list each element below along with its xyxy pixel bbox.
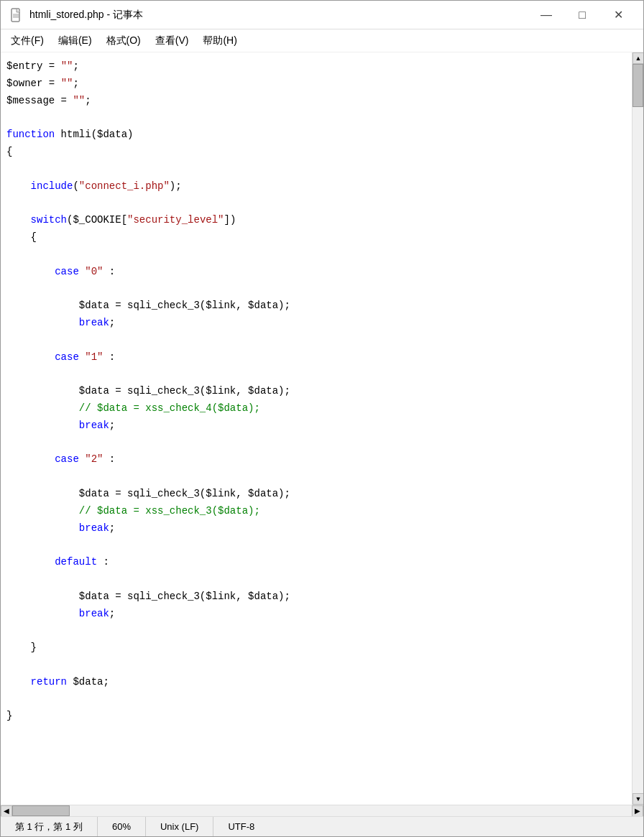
title-bar-controls: — □ ✕ bbox=[530, 4, 635, 26]
status-line-ending: Unix (LF) bbox=[146, 817, 213, 836]
menu-view[interactable]: 查看(V) bbox=[148, 32, 196, 50]
editor-content[interactable]: $entry = ""; $owner = ""; $message = "";… bbox=[1, 52, 632, 805]
menu-edit[interactable]: 编辑(E) bbox=[51, 32, 99, 50]
notepad-window: htmli_stored.php - 记事本 — □ ✕ 文件(F) 编辑(E)… bbox=[0, 0, 644, 837]
status-encoding: UTF-8 bbox=[213, 817, 643, 836]
title-bar: htmli_stored.php - 记事本 — □ ✕ bbox=[1, 1, 643, 29]
horizontal-scrollbar[interactable]: ◀ ▶ bbox=[1, 805, 643, 816]
status-zoom: 60% bbox=[98, 817, 146, 836]
scroll-thumb[interactable] bbox=[632, 64, 643, 107]
scroll-track bbox=[632, 64, 643, 793]
scroll-left-arrow[interactable]: ◀ bbox=[1, 805, 12, 817]
scroll-down-arrow[interactable]: ▼ bbox=[632, 793, 643, 805]
file-icon bbox=[9, 8, 24, 22]
status-position: 第 1 行，第 1 列 bbox=[1, 817, 98, 836]
status-bar: 第 1 行，第 1 列 60% Unix (LF) UTF-8 bbox=[1, 816, 643, 836]
title-bar-left: htmli_stored.php - 记事本 bbox=[9, 8, 143, 22]
menu-format[interactable]: 格式(O) bbox=[99, 32, 148, 50]
minimize-button[interactable]: — bbox=[530, 4, 563, 26]
window-title: htmli_stored.php - 记事本 bbox=[29, 9, 143, 22]
close-button[interactable]: ✕ bbox=[602, 4, 635, 26]
editor-container: $entry = ""; $owner = ""; $message = "";… bbox=[1, 52, 643, 805]
menu-file[interactable]: 文件(F) bbox=[4, 32, 51, 50]
scroll-right-arrow[interactable]: ▶ bbox=[632, 805, 643, 817]
code-block: $entry = ""; $owner = ""; $message = "";… bbox=[6, 58, 620, 725]
vertical-scrollbar[interactable]: ▲ ▼ bbox=[632, 52, 643, 805]
h-scroll-thumb[interactable] bbox=[12, 805, 70, 816]
menu-bar: 文件(F) 编辑(E) 格式(O) 查看(V) 帮助(H) bbox=[1, 29, 643, 52]
maximize-button[interactable]: □ bbox=[566, 4, 599, 26]
h-scroll-track bbox=[12, 805, 632, 816]
scroll-up-arrow[interactable]: ▲ bbox=[632, 52, 643, 64]
menu-help[interactable]: 帮助(H) bbox=[196, 32, 244, 50]
